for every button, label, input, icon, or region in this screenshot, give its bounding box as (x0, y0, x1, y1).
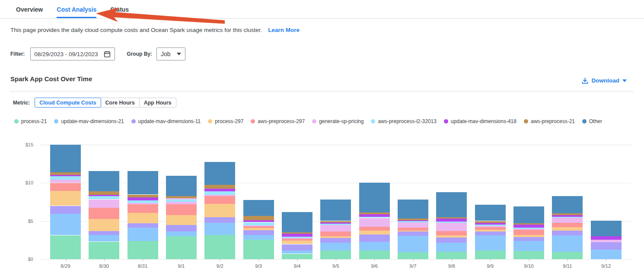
bar-8/29-aws-preprocess-l2-32013[interactable] (50, 176, 81, 180)
bar-9/5-process-297[interactable] (320, 236, 351, 238)
bar-9/1-aws-preprocess-297[interactable] (166, 204, 197, 215)
bar-9/6-aws-preprocess-297[interactable] (359, 227, 390, 230)
bar-8/31-aws-preprocess-21[interactable] (128, 195, 158, 198)
bar-9/1-process-297[interactable] (166, 215, 197, 225)
bar-9/5-aws-preprocess-21[interactable] (320, 221, 351, 223)
bar-9/8-generate-sp-pricing[interactable] (436, 223, 467, 231)
bar-9/12-generate-sp-pricing[interactable] (591, 240, 622, 243)
bar-8/29-process-21[interactable] (50, 235, 81, 260)
bar-9/11-update-mav-dimensions-418[interactable] (552, 215, 583, 216)
bar-9/2-update-mav-dimensions-11[interactable] (204, 217, 235, 223)
bar-9/9-aws-preprocess-297[interactable] (475, 227, 506, 230)
bar-9/10-process-21[interactable] (513, 251, 544, 259)
legend-item-aws-preprocess-297[interactable]: aws-preprocess-297 (251, 118, 305, 124)
bar-9/3-aws-preprocess-21[interactable] (243, 216, 274, 220)
bar-9/11-process-297[interactable] (552, 227, 583, 231)
bar-9/9-update-mav-dimensions-11[interactable] (475, 231, 506, 235)
bar-8/31-update-mav-dimensions-11[interactable] (128, 223, 158, 228)
bar-9/2-other[interactable] (204, 162, 235, 185)
date-range-picker[interactable]: 08/29/2023 - 09/12/2023 (30, 48, 115, 60)
bar-9/12-update-mav-dimensions-21[interactable] (591, 250, 622, 259)
bar-9/12-other[interactable] (591, 221, 622, 236)
bar-9/3-aws-preprocess-297[interactable] (243, 226, 274, 228)
bar-9/4-generate-sp-pricing[interactable] (282, 238, 312, 239)
legend-item-process-297[interactable]: process-297 (208, 118, 243, 124)
bar-9/3-aws-preprocess-l2-32013[interactable] (243, 222, 274, 226)
tab-overview[interactable]: Overview (16, 0, 43, 18)
bar-9/10-generate-sp-pricing[interactable] (513, 229, 544, 230)
bar-8/30-process-297[interactable] (89, 219, 119, 231)
bar-9/10-update-mav-dimensions-418[interactable] (513, 225, 544, 228)
legend-item-other[interactable]: Other (582, 118, 602, 124)
bar-9/5-update-mav-dimensions-11[interactable] (320, 238, 351, 243)
bar-9/9-update-mav-dimensions-418[interactable] (475, 223, 506, 225)
bar-8/30-update-mav-dimensions-11[interactable] (89, 231, 119, 235)
bar-9/1-update-mav-dimensions-21[interactable] (166, 231, 197, 236)
bar-9/3-generate-sp-pricing[interactable] (243, 225, 274, 226)
bar-8/31-aws-preprocess-l2-32013[interactable] (128, 200, 158, 203)
bar-8/30-generate-sp-pricing[interactable] (89, 200, 119, 208)
legend-item-aws-preprocess-l2-32013[interactable]: aws-preprocess-l2-32013 (371, 118, 436, 124)
bar-9/11-generate-sp-pricing[interactable] (552, 218, 583, 223)
bar-9/10-process-297[interactable] (513, 235, 544, 237)
bar-9/6-other[interactable] (359, 183, 390, 212)
bar-8/31-other[interactable] (128, 171, 158, 194)
bar-9/7-update-mav-dimensions-418[interactable] (398, 220, 428, 221)
legend-item-update-mav-dimensions-418[interactable]: update-mav-dimensions-418 (444, 118, 516, 124)
bar-8/31-aws-preprocess-297[interactable] (128, 204, 158, 213)
bar-9/9-process-21[interactable] (475, 250, 506, 259)
bar-9/4-aws-preprocess-21[interactable] (282, 232, 312, 234)
bar-8/30-aws-preprocess-21[interactable] (89, 191, 119, 195)
bar-9/7-aws-preprocess-297[interactable] (398, 228, 428, 231)
bar-9/3-process-297[interactable] (243, 228, 274, 230)
bar-9/9-update-mav-dimensions-21[interactable] (475, 235, 506, 251)
bar-8/29-update-mav-dimensions-11[interactable] (50, 206, 81, 214)
learn-more-link[interactable]: Learn More (268, 27, 300, 33)
bar-9/1-generate-sp-pricing[interactable] (166, 202, 197, 204)
bar-9/10-other[interactable] (513, 206, 544, 223)
bar-9/8-process-21[interactable] (436, 252, 467, 259)
bar-9/9-other[interactable] (475, 205, 506, 221)
bar-9/3-other[interactable] (243, 200, 274, 216)
bar-9/7-generate-sp-pricing[interactable] (398, 222, 428, 228)
bar-9/4-other[interactable] (282, 212, 312, 232)
bar-9/8-aws-preprocess-l2-32013[interactable] (436, 222, 467, 223)
bar-9/8-aws-preprocess-21[interactable] (436, 217, 467, 219)
bar-9/7-update-mav-dimensions-11[interactable] (398, 231, 428, 236)
bar-9/5-aws-preprocess-297[interactable] (320, 231, 351, 236)
bar-9/3-update-mav-dimensions-11[interactable] (243, 230, 274, 235)
bar-9/10-aws-preprocess-l2-32013[interactable] (513, 228, 544, 229)
bar-9/7-process-21[interactable] (398, 252, 428, 259)
bar-9/7-process-297[interactable] (398, 231, 428, 231)
legend-item-update-mav-dimensions-21[interactable]: update-mav-dimensions-21 (54, 118, 124, 124)
bar-8/31-update-mav-dimensions-21[interactable] (128, 228, 158, 241)
bar-9/7-aws-preprocess-l2-32013[interactable] (398, 221, 428, 222)
bar-9/2-update-mav-dimensions-21[interactable] (204, 223, 235, 235)
bar-9/5-generate-sp-pricing[interactable] (320, 225, 351, 231)
bar-9/10-update-mav-dimensions-21[interactable] (513, 241, 544, 250)
bar-9/6-generate-sp-pricing[interactable] (359, 218, 390, 227)
bar-9/5-aws-preprocess-l2-32013[interactable] (320, 224, 351, 225)
legend-item-update-mav-dimensions-11[interactable]: update-mav-dimensions-11 (131, 118, 201, 124)
bar-9/3-process-21[interactable] (243, 240, 274, 259)
bar-9/8-other[interactable] (436, 192, 467, 217)
bar-8/30-aws-preprocess-297[interactable] (89, 208, 119, 219)
legend-item-generate-sp-pricing[interactable]: generate-sp-pricing (312, 118, 363, 124)
bar-9/6-update-mav-dimensions-418[interactable] (359, 214, 390, 217)
bar-9/3-update-mav-dimensions-21[interactable] (243, 235, 274, 240)
bar-8/30-other[interactable] (89, 171, 119, 192)
bar-9/4-aws-preprocess-l2-32013[interactable] (282, 237, 312, 238)
bar-9/11-aws-preprocess-l2-32013[interactable] (552, 217, 583, 218)
bar-9/2-update-mav-dimensions-418[interactable] (204, 189, 235, 191)
bar-9/5-update-mav-dimensions-418[interactable] (320, 222, 351, 223)
bar-9/7-other[interactable] (398, 200, 428, 219)
bar-9/1-aws-preprocess-l2-32013[interactable] (166, 200, 197, 202)
bar-9/9-generate-sp-pricing[interactable] (475, 226, 506, 227)
bar-9/2-process-21[interactable] (204, 235, 235, 259)
legend-item-process-21[interactable]: process-21 (14, 118, 47, 124)
metric-option-cloud-compute-costs[interactable]: Cloud Compute Costs (35, 98, 101, 108)
bar-9/11-update-mav-dimensions-21[interactable] (552, 235, 583, 252)
bar-9/10-update-mav-dimensions-11[interactable] (513, 237, 544, 241)
group-by-select[interactable]: Job (156, 48, 185, 60)
bar-9/5-process-21[interactable] (320, 250, 351, 259)
